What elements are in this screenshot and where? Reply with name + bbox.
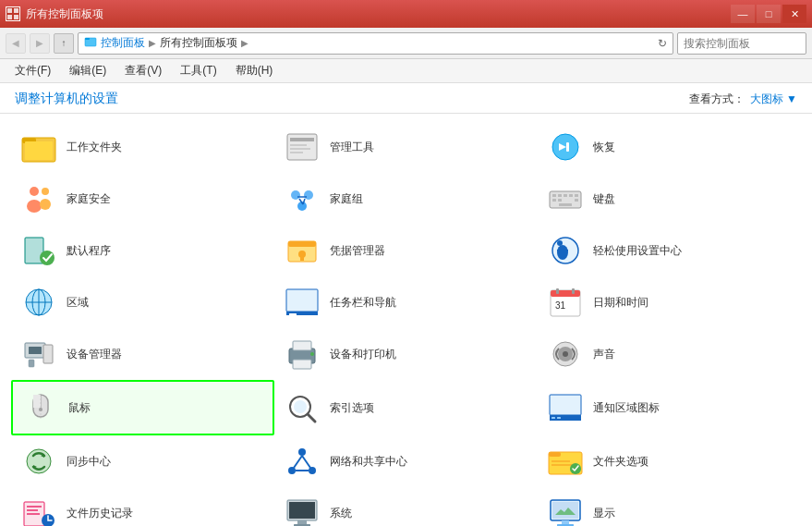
item-work-folder[interactable]: 工作文件夹 [11,121,274,173]
minimize-button[interactable]: — [731,5,755,23]
menu-help[interactable]: 帮助(H) [228,61,281,80]
svg-rect-13 [290,152,303,153]
address-path[interactable]: 控制面板 ▶ 所有控制面板项 ▶ ↻ [78,32,673,55]
taskbar-nav-label: 任务栏和导航 [330,295,396,311]
item-keyboard[interactable]: 键盘 [538,173,801,225]
ease-of-access-label: 轻松使用设置中心 [593,243,682,259]
item-manage-tools[interactable]: 管理工具 [274,121,538,173]
credential-mgr-label: 凭据管理器 [330,243,385,259]
svg-rect-77 [550,395,581,415]
svg-rect-29 [564,194,567,197]
svg-point-68 [563,351,568,357]
svg-point-20 [291,190,300,200]
recover-icon [547,128,584,165]
forward-button[interactable]: ▶ [30,33,50,54]
mouse-icon [22,389,59,426]
item-datetime[interactable]: 31 日期和时间 [538,276,801,328]
path-sep-2: ▶ [241,38,248,48]
keyboard-label: 键盘 [593,191,615,207]
notify-area-icon [547,389,584,426]
back-button[interactable]: ◀ [6,33,26,54]
credential-mgr-icon [284,232,321,269]
recover-label: 恢复 [593,140,615,155]
item-system[interactable]: 系统 [274,487,538,526]
mouse-label: 鼠标 [68,400,91,416]
search-box[interactable]: 🔍 [677,32,806,55]
svg-point-21 [304,190,313,200]
devices-printers-icon [284,336,321,373]
svg-rect-15 [566,142,569,152]
item-file-history[interactable]: 文件历史记录 [11,487,274,526]
svg-rect-63 [293,341,311,350]
svg-rect-39 [288,241,316,247]
window-title: 所有控制面板项 [26,6,103,22]
svg-rect-55 [556,288,559,294]
svg-rect-102 [297,520,307,524]
network-sharing-icon [284,443,321,480]
item-default-programs[interactable]: 默认程序 [11,225,274,276]
refresh-button[interactable]: ↻ [658,37,667,50]
menu-tools[interactable]: 工具(T) [173,61,224,80]
svg-rect-54 [551,290,580,297]
item-region[interactable]: 区域 [11,276,274,328]
sync-center-icon [20,443,57,480]
svg-rect-105 [552,502,578,519]
item-display[interactable]: 显示 [538,487,801,526]
menu-edit[interactable]: 编辑(E) [62,61,114,80]
svg-point-16 [30,187,39,196]
item-ease-of-access[interactable]: 轻松使用设置中心 [538,225,801,276]
item-family-safety[interactable]: 家庭安全 [11,173,274,225]
work-folder-label: 工作文件夹 [67,140,122,155]
item-homegroup[interactable]: 家庭组 [274,173,538,225]
item-devices-printers[interactable]: 设备和打印机 [274,328,538,380]
app-icon [6,6,20,21]
datetime-icon: 31 [547,284,584,321]
title-bar: 所有控制面板项 — □ ✕ [0,0,812,28]
item-taskbar-nav[interactable]: 任务栏和导航 [274,276,538,328]
view-value-link[interactable]: 大图标 ▼ [750,92,797,107]
svg-rect-93 [551,464,574,466]
svg-rect-35 [575,199,578,202]
item-recover[interactable]: 恢复 [538,121,801,173]
svg-rect-33 [558,199,562,202]
item-sync-center[interactable]: 同步中心 [11,435,274,487]
svg-line-75 [308,414,315,422]
svg-rect-28 [558,194,562,197]
display-label: 显示 [593,506,615,521]
index-options-label: 索引选项 [330,400,374,416]
svg-point-44 [557,245,568,260]
notify-area-label: 通知区域图标 [593,400,660,416]
svg-point-18 [27,200,42,213]
item-network-sharing[interactable]: 网络和共享中心 [274,435,538,487]
close-button[interactable]: ✕ [782,5,806,23]
svg-rect-3 [14,15,18,19]
svg-rect-32 [552,199,556,202]
item-credential-mgr[interactable]: 凭据管理器 [274,225,538,276]
path-part-1: 控制面板 [101,35,145,51]
item-sound[interactable]: 声音 [538,328,801,380]
item-folder-options[interactable]: 文件夹选项 [538,435,801,487]
maximize-button[interactable]: □ [757,5,781,23]
svg-point-37 [40,251,55,265]
devices-printers-label: 设备和打印机 [330,347,396,362]
system-label: 系统 [330,506,352,521]
svg-rect-0 [7,8,12,13]
main-panel: 调整计算机的设置 查看方式： 大图标 ▼ 工作文件夹 管理工具 恢复 [0,83,812,526]
item-mouse[interactable]: 鼠标 [11,380,274,435]
up-button[interactable]: ↑ [54,33,74,54]
device-mgr-icon [20,336,57,373]
svg-point-19 [40,199,51,210]
svg-rect-106 [562,520,569,524]
menu-view[interactable]: 查看(V) [117,61,169,80]
file-history-label: 文件历史记录 [67,506,133,521]
item-device-mgr[interactable]: 设备管理器 [11,328,274,380]
item-notify-area[interactable]: 通知区域图标 [538,380,801,435]
svg-line-87 [294,456,302,468]
panel-header: 调整计算机的设置 查看方式： 大图标 ▼ [0,83,812,114]
svg-rect-97 [27,509,38,511]
search-input[interactable] [684,37,812,50]
svg-rect-71 [33,395,41,408]
menu-file[interactable]: 文件(F) [7,61,58,80]
sound-icon [547,336,584,373]
item-index-options[interactable]: 索引选项 [274,380,538,435]
